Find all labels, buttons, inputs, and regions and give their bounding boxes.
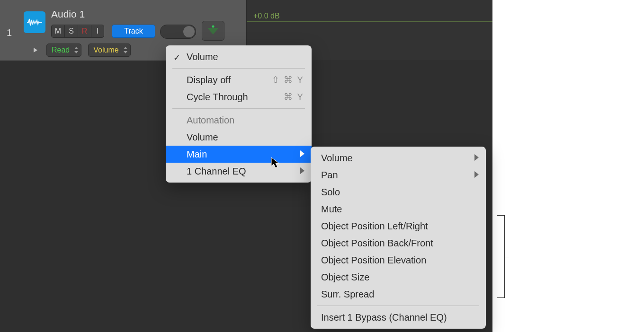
automation-disclosure[interactable] [202,21,224,41]
automation-mode-select[interactable]: Read [46,44,81,57]
menu-item-label: Mute [321,204,342,214]
svg-marker-6 [124,51,127,53]
toggle-knob [183,26,195,37]
menu-item-label: Volume [187,132,218,142]
annotation-bracket [490,215,505,298]
main-submenu: Volume Pan Solo Mute Object Position Lef… [311,147,486,329]
automation-param-select[interactable]: Volume [88,44,130,57]
submenu-item-object-size[interactable]: Object Size [311,269,486,286]
svg-point-0 [212,26,215,28]
record-enable-button[interactable]: R [78,25,91,38]
menu-item-volume[interactable]: Volume [166,129,312,146]
menu-item-label: Cycle Through [187,92,248,102]
solo-button[interactable]: S [64,25,78,38]
submenu-item-surr-spread[interactable]: Surr. Spread [311,286,486,303]
svg-marker-7 [300,150,304,157]
menu-separator [172,68,305,69]
shortcut-label: ⌘ Y [284,91,304,103]
svg-marker-1 [207,28,219,35]
submenu-item-insert-bypass[interactable]: Insert 1 Bypass (Channel EQ) [311,309,486,326]
menu-item-label: 1 Channel EQ [187,166,246,176]
svg-marker-4 [74,51,78,53]
menu-item-label: Volume [321,153,353,163]
track-mute-toggle[interactable] [160,25,196,39]
submenu-arrow-icon [474,154,479,161]
select-arrows-icon [74,46,79,54]
submenu-arrow-icon [299,150,305,157]
svg-marker-5 [124,47,127,49]
menu-item-label: Main [187,149,207,159]
submenu-item-object-lr[interactable]: Object Position Left/Right [311,218,486,235]
mute-solo-rec-input-group: M S R I [51,25,104,38]
menu-item-label: Solo [321,187,340,197]
svg-marker-3 [74,47,78,49]
menu-item-label: Insert 1 Bypass (Channel EQ) [321,312,447,323]
daw-area: 1 Audio 1 M S R I Track [0,0,492,332]
svg-marker-10 [474,171,479,178]
menu-item-channel-eq[interactable]: 1 Channel EQ [166,163,312,180]
submenu-item-object-bf[interactable]: Object Position Back/Front [311,235,486,252]
track-name[interactable]: Audio 1 [51,9,85,20]
menu-separator [172,108,305,109]
menu-section-header: Automation [166,112,312,129]
menu-item-main[interactable]: Main [166,146,312,163]
menu-item-label: Object Position Elevation [321,255,426,265]
menu-item-label: Object Position Left/Right [321,221,428,231]
automation-param-label: Volume [93,46,118,54]
submenu-item-object-elevation[interactable]: Object Position Elevation [311,252,486,269]
menu-item-label: Object Size [321,272,369,282]
menu-item-volume-checked[interactable]: ✓ Volume [166,48,312,65]
track-type-icon[interactable] [24,11,45,33]
waveform-icon [27,17,42,27]
automation-track-button[interactable]: Track [112,25,155,38]
menu-separator [317,306,479,306]
disclosure-arrow-icon[interactable] [31,46,40,54]
submenu-item-volume[interactable]: Volume [311,149,486,166]
mute-button[interactable]: M [51,25,64,38]
automation-param-menu: ✓ Volume Display off ⇧ ⌘ Y Cycle Through… [166,45,312,183]
automation-line[interactable] [247,21,492,22]
svg-marker-9 [474,154,479,161]
automation-arrow-icon [206,25,220,36]
menu-item-label: Volume [187,52,218,62]
submenu-arrow-icon [299,167,305,175]
submenu-item-solo[interactable]: Solo [311,183,486,201]
menu-item-label: Surr. Spread [321,289,374,299]
svg-marker-8 [300,167,304,174]
menu-item-cycle-through[interactable]: Cycle Through ⌘ Y [166,88,312,105]
input-monitor-button[interactable]: I [91,25,104,38]
shortcut-label: ⇧ ⌘ Y [272,74,304,86]
select-arrows-icon [123,46,128,54]
automation-row: Read Volume [31,44,131,57]
submenu-arrow-icon [474,171,479,178]
check-icon: ✓ [173,52,180,63]
track-number: 1 [7,27,12,38]
submenu-item-mute[interactable]: Mute [311,201,486,218]
svg-marker-2 [34,48,37,52]
menu-item-label: Display off [187,75,231,85]
menu-item-label: Object Position Back/Front [321,238,433,248]
automation-mode-label: Read [52,46,70,54]
lane-db-label: +0.0 dB [253,12,280,20]
menu-item-display-off[interactable]: Display off ⇧ ⌘ Y [166,71,312,88]
menu-item-label: Pan [321,170,338,180]
submenu-item-pan[interactable]: Pan [311,166,486,183]
